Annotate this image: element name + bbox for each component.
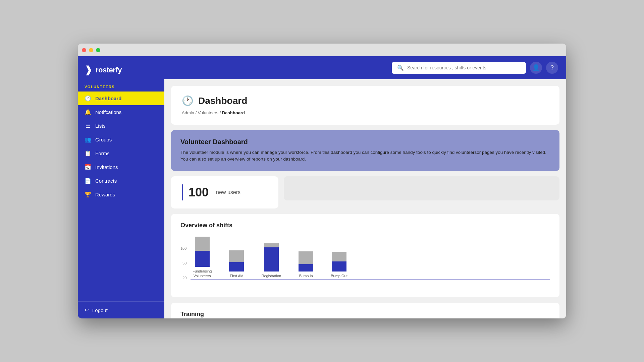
- bar-label-firstaid: First Aid: [230, 274, 244, 278]
- bar-stack-bumpout: [332, 252, 346, 272]
- sidebar-item-notifications[interactable]: 🔔 Notifcations: [78, 105, 164, 119]
- page-title-card: 🕐 Dashboard Admin / Volunteers / Dashboa…: [171, 86, 559, 125]
- dashboard-icon: 🕐: [85, 95, 91, 102]
- notifications-icon: 🔔: [85, 109, 91, 115]
- bar-group-bumpin: Bump In: [299, 251, 313, 278]
- maximize-button[interactable]: [96, 48, 100, 52]
- contracts-label: Contracts: [95, 178, 117, 184]
- sidebar-item-rewards[interactable]: 🏆 Rewards: [78, 188, 164, 201]
- training-chart-section: Training 100 50 20: [171, 303, 559, 319]
- bar-group-fundraising: FundraisingVolunteers: [193, 237, 212, 279]
- sidebar-item-invitations[interactable]: 📅 Invitations: [78, 160, 164, 174]
- sidebar: ❱ rosterfy VOLUNTEERS 🕐 Dashboard 🔔 Noti…: [78, 56, 164, 318]
- title-bar: [78, 44, 566, 56]
- banner-title: Volunteer Dashboard: [180, 138, 550, 146]
- dashboard-page-icon: 🕐: [182, 95, 194, 106]
- banner-description: The volunteer module is where you can ma…: [180, 149, 550, 163]
- app-layout: ❱ rosterfy VOLUNTEERS 🕐 Dashboard 🔔 Noti…: [78, 56, 566, 318]
- search-bar[interactable]: 🔍: [392, 62, 526, 74]
- minimize-button[interactable]: [89, 48, 93, 52]
- forms-icon: 📋: [85, 150, 91, 157]
- bar-stack-firstaid: [229, 250, 244, 272]
- y-label-20: 20: [182, 276, 186, 280]
- search-icon: 🔍: [397, 65, 404, 71]
- y-label-50: 50: [182, 261, 186, 265]
- sidebar-item-dashboard[interactable]: 🕐 Dashboard: [78, 92, 164, 105]
- bar-label-fundraising: FundraisingVolunteers: [193, 269, 212, 279]
- bar-top-registration: [264, 243, 279, 247]
- bar-bottom-firstaid: [229, 262, 244, 272]
- sidebar-item-contracts[interactable]: 📄 Contracts: [78, 174, 164, 188]
- user-icon-button[interactable]: 👤: [530, 62, 542, 74]
- stat-bar: [182, 184, 183, 200]
- forms-label: Forms: [95, 150, 110, 156]
- bar-stack-registration: [264, 243, 279, 272]
- y-axis: 100 50 20: [180, 246, 186, 280]
- close-button[interactable]: [82, 48, 86, 52]
- invitations-icon: 📅: [85, 164, 91, 170]
- bar-label-bumpout: Bump Out: [331, 274, 347, 278]
- bars-container: FundraisingVolunteers First Aid: [193, 236, 550, 279]
- bar-group-bumpout: Bump Out: [331, 252, 347, 278]
- y-label-100: 100: [180, 246, 186, 250]
- search-input[interactable]: [407, 65, 521, 70]
- bar-stack-bumpin: [299, 251, 313, 272]
- training-chart-title: Training: [180, 311, 550, 318]
- logo-area: ❱ rosterfy: [78, 56, 164, 82]
- bar-top-fundraising: [195, 237, 210, 251]
- shifts-chart-title: Overview of shifts: [180, 222, 550, 229]
- page-title-row: 🕐 Dashboard: [182, 95, 549, 106]
- breadcrumb: Admin / Volunteers / Dashboard: [182, 110, 549, 115]
- sidebar-item-forms[interactable]: 📋 Forms: [78, 146, 164, 160]
- bar-top-bumpin: [299, 251, 313, 264]
- shifts-chart-section: Overview of shifts 100 50 20: [171, 214, 559, 297]
- bar-top-firstaid: [229, 250, 244, 262]
- breadcrumb-current: Dashboard: [222, 110, 245, 115]
- content-wrapper: 🕐 Dashboard Admin / Volunteers / Dashboa…: [164, 79, 566, 318]
- stat-number: 100: [189, 185, 209, 199]
- notifications-label: Notifcations: [95, 109, 121, 115]
- help-icon-button[interactable]: ?: [546, 62, 558, 74]
- rewards-label: Rewards: [95, 192, 115, 197]
- bar-label-registration: Registration: [261, 274, 281, 278]
- bar-group-firstaid: First Aid: [229, 250, 244, 278]
- logo-text: rosterfy: [96, 66, 122, 74]
- lists-icon: ☰: [85, 123, 91, 129]
- sidebar-nav: 🕐 Dashboard 🔔 Notifcations ☰ Lists 👥 Gro…: [78, 92, 164, 301]
- bar-bottom-registration: [264, 247, 279, 272]
- bar-bottom-fundraising: [195, 251, 210, 267]
- logout-label: Logout: [92, 307, 108, 313]
- dashboard-label: Dashboard: [95, 96, 121, 101]
- sidebar-bottom: ↩ Logout: [78, 301, 164, 318]
- bar-stack-fundraising: [195, 237, 210, 267]
- rewards-icon: 🏆: [85, 191, 91, 198]
- volunteer-dashboard-banner: Volunteer Dashboard The volunteer module…: [171, 130, 559, 171]
- bar-bottom-bumpout: [332, 261, 346, 272]
- invitations-label: Invitations: [95, 164, 118, 170]
- bar-bottom-bumpin: [299, 264, 313, 272]
- lists-label: Lists: [95, 123, 106, 129]
- chart-baseline: [191, 280, 550, 280]
- logo-icon: ❱: [85, 64, 92, 75]
- main-content: 🕐 Dashboard Admin / Volunteers / Dashboa…: [164, 79, 566, 318]
- sidebar-item-lists[interactable]: ☰ Lists: [78, 119, 164, 133]
- header: 🔍 👤 ?: [164, 56, 566, 79]
- logout-button[interactable]: ↩ Logout: [85, 307, 158, 313]
- main-layout: 🔍 👤 ? 🕐 Dashboard Admin /: [164, 56, 566, 318]
- bar-label-bumpin: Bump In: [299, 274, 313, 278]
- groups-label: Groups: [95, 137, 112, 142]
- shifts-chart: 100 50 20: [180, 236, 550, 289]
- page-title: Dashboard: [198, 96, 247, 106]
- new-users-stat: 100 new users: [171, 176, 278, 208]
- bar-top-bumpout: [332, 252, 346, 261]
- stat-remainder: [284, 176, 559, 200]
- logout-icon: ↩: [85, 307, 89, 313]
- breadcrumb-prefix: Admin / Volunteers /: [182, 110, 221, 115]
- bar-group-registration: Registration: [261, 243, 281, 278]
- app-window: ❱ rosterfy VOLUNTEERS 🕐 Dashboard 🔔 Noti…: [78, 44, 566, 318]
- stats-row: 100 new users: [171, 176, 559, 208]
- groups-icon: 👥: [85, 136, 91, 143]
- section-label: VOLUNTEERS: [78, 82, 164, 92]
- contracts-icon: 📄: [85, 178, 91, 184]
- sidebar-item-groups[interactable]: 👥 Groups: [78, 133, 164, 146]
